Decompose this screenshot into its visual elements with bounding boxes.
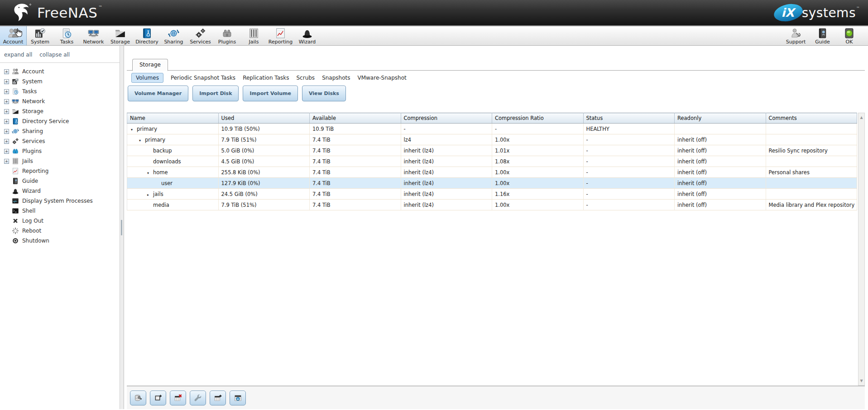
column-header-comments[interactable]: Comments bbox=[766, 113, 857, 124]
table-row[interactable]: backup5.0 GiB (0%)7.4 TiBinherit (lz4)1.… bbox=[127, 145, 857, 156]
tree-collapsed-arrow-icon[interactable]: ▸ bbox=[147, 193, 153, 197]
toolbar-item-ok[interactable]: OK bbox=[836, 26, 863, 45]
sidebar-splitter[interactable] bbox=[120, 46, 124, 409]
table-row[interactable]: media7.9 TiB (51%)7.4 TiBinherit (lz4)1.… bbox=[127, 200, 857, 210]
sidebar-item-tasks[interactable]: +Tasks bbox=[0, 86, 120, 96]
sidebar-item-jails[interactable]: +Jails bbox=[0, 156, 120, 166]
column-header-available[interactable]: Available bbox=[310, 113, 401, 124]
sidebar-item-shutdown[interactable]: Shutdown bbox=[0, 236, 120, 246]
toolbar-item-guide[interactable]: Guide bbox=[809, 26, 836, 45]
toolbar-item-account[interactable]: Account bbox=[0, 26, 27, 45]
toolbar-item-label: Support bbox=[786, 39, 806, 45]
sidebar-item-directory-service[interactable]: +Directory Service bbox=[0, 116, 120, 126]
toolbar-item-directory[interactable]: Directory bbox=[134, 26, 160, 45]
toolbar-item-plugins[interactable]: Plugins bbox=[214, 26, 240, 45]
cell-status: - bbox=[583, 200, 675, 210]
expand-plus-icon[interactable]: + bbox=[4, 69, 9, 74]
sidebar-item-wizard[interactable]: Wizard bbox=[0, 186, 120, 196]
table-row[interactable]: ▾primary7.9 TiB (51%)7.4 TiBlz41.00x-inh… bbox=[127, 134, 857, 145]
create-zvol-button[interactable] bbox=[230, 391, 246, 405]
expand-plus-icon[interactable]: + bbox=[4, 129, 9, 134]
destroy-dataset-button[interactable] bbox=[170, 391, 186, 405]
services-icon bbox=[195, 28, 206, 39]
tree-expanded-arrow-icon[interactable]: ▾ bbox=[147, 171, 153, 175]
table-row[interactable]: ▾primary10.9 TiB (50%)10.9 TiB--HEALTHY bbox=[127, 124, 857, 134]
sidebar-item-network[interactable]: +Network bbox=[0, 96, 120, 106]
sidebar-item-reboot[interactable]: Reboot bbox=[0, 226, 120, 236]
subtab-snapshots[interactable]: Snapshots bbox=[322, 75, 350, 81]
table-row[interactable]: downloads4.5 GiB (0%)7.4 TiBinherit (lz4… bbox=[127, 156, 857, 167]
subtab-periodic-snapshot-tasks[interactable]: Periodic Snapshot Tasks bbox=[171, 75, 235, 81]
toolbar-item-label: Reporting bbox=[269, 39, 293, 45]
import-disk-button[interactable]: Import Disk bbox=[192, 86, 239, 101]
dataset-name: primary bbox=[137, 126, 157, 132]
table-scrollbar[interactable]: ▲ ▼ bbox=[858, 113, 865, 386]
sidebar-item-shell[interactable]: Shell bbox=[0, 206, 120, 216]
toolbar-item-system[interactable]: System bbox=[27, 26, 53, 45]
cell-readonly: inherit (off) bbox=[675, 200, 766, 210]
expand-plus-icon[interactable]: + bbox=[4, 159, 9, 164]
tab-storage[interactable]: Storage bbox=[132, 59, 168, 71]
column-header-compression[interactable]: Compression bbox=[401, 113, 492, 124]
sidebar-item-display-system-processes[interactable]: Display System Processes bbox=[0, 196, 120, 206]
toolbar-item-services[interactable]: Services bbox=[187, 26, 214, 45]
expand-plus-icon[interactable]: + bbox=[4, 149, 9, 154]
table-row[interactable]: ▸jails24.5 GiB (0%)7.4 TiBinherit (lz4)1… bbox=[127, 189, 857, 200]
column-header-used[interactable]: Used bbox=[218, 113, 310, 124]
create-snapshot-button[interactable] bbox=[150, 391, 166, 405]
subtab-volumes[interactable]: Volumes bbox=[131, 73, 163, 83]
expand-plus-icon[interactable]: + bbox=[4, 89, 9, 94]
toolbar-item-support[interactable]: Support bbox=[782, 26, 809, 45]
expand-all-link[interactable]: expand all bbox=[4, 52, 32, 58]
sidebar-item-system[interactable]: +System bbox=[0, 76, 120, 86]
sidebar-item-plugins[interactable]: +Plugins bbox=[0, 146, 120, 156]
expand-plus-icon[interactable]: + bbox=[4, 99, 9, 104]
view-disks-button[interactable]: View Disks bbox=[302, 86, 346, 101]
subtab-scrubs[interactable]: Scrubs bbox=[297, 75, 315, 81]
column-header-readonly[interactable]: Readonly bbox=[675, 113, 766, 124]
expand-plus-icon[interactable]: + bbox=[4, 139, 9, 144]
import-volume-button[interactable]: Import Volume bbox=[243, 86, 298, 101]
scroll-down-arrow-icon[interactable]: ▼ bbox=[860, 379, 863, 383]
toolbar-item-label: Network bbox=[83, 39, 104, 45]
sidebar-item-label: Services bbox=[22, 138, 45, 144]
column-header-compression-ratio[interactable]: Compression Ratio bbox=[492, 113, 584, 124]
edit-options-button[interactable] bbox=[190, 391, 206, 405]
expand-plus-icon[interactable]: + bbox=[4, 109, 9, 114]
storage-icon bbox=[115, 28, 126, 39]
sidebar-item-guide[interactable]: Guide bbox=[0, 176, 120, 186]
volume-manager-button[interactable]: Volume Manager bbox=[128, 86, 188, 101]
sidebar-item-account[interactable]: +Account bbox=[0, 67, 120, 76]
subtab-vmware-snapshot[interactable]: VMware-Snapshot bbox=[357, 75, 406, 81]
scroll-up-arrow-icon[interactable]: ▲ bbox=[860, 115, 863, 119]
sidebar-item-log-out[interactable]: Log Out bbox=[0, 216, 120, 226]
subtab-replication-tasks[interactable]: Replication Tasks bbox=[243, 75, 289, 81]
toolbar-item-sharing[interactable]: Sharing bbox=[160, 26, 187, 45]
tree-expanded-arrow-icon[interactable]: ▾ bbox=[131, 128, 137, 132]
toolbar-item-network[interactable]: Network bbox=[80, 26, 107, 45]
tree-expanded-arrow-icon[interactable]: ▾ bbox=[139, 138, 145, 143]
column-header-name[interactable]: Name bbox=[127, 113, 219, 124]
table-row[interactable]: ▾home255.8 KiB (0%)7.4 TiBinherit (lz4)1… bbox=[127, 167, 857, 178]
cell-available: 7.4 TiB bbox=[310, 145, 401, 156]
expand-plus-icon[interactable]: + bbox=[4, 79, 9, 84]
collapse-all-link[interactable]: collapse all bbox=[39, 52, 70, 58]
cell-readonly: inherit (off) bbox=[675, 167, 766, 178]
reporting-icon bbox=[275, 28, 286, 39]
toolbar-item-storage[interactable]: Storage bbox=[107, 26, 134, 45]
expand-plus-icon[interactable]: + bbox=[4, 119, 9, 124]
cell-compression-ratio: 1.00x bbox=[492, 200, 584, 210]
toolbar-item-jails[interactable]: Jails bbox=[240, 26, 267, 45]
toolbar-item-wizard[interactable]: Wizard bbox=[294, 26, 321, 45]
toolbar-item-reporting[interactable]: Reporting bbox=[267, 26, 294, 45]
sidebar-item-services[interactable]: +Services bbox=[0, 136, 120, 146]
table-row[interactable]: user127.9 KiB (0%)7.4 TiBinherit (lz4)1.… bbox=[127, 178, 857, 189]
sidebar-item-reporting[interactable]: Reporting bbox=[0, 166, 120, 176]
toolbar-item-tasks[interactable]: Tasks bbox=[53, 26, 80, 45]
cell-comments bbox=[766, 189, 857, 200]
sidebar-item-storage[interactable]: +Storage bbox=[0, 106, 120, 116]
column-header-status[interactable]: Status bbox=[583, 113, 675, 124]
detach-volume-button[interactable] bbox=[130, 391, 146, 405]
create-dataset-button[interactable] bbox=[210, 391, 226, 405]
sidebar-item-sharing[interactable]: +Sharing bbox=[0, 126, 120, 136]
